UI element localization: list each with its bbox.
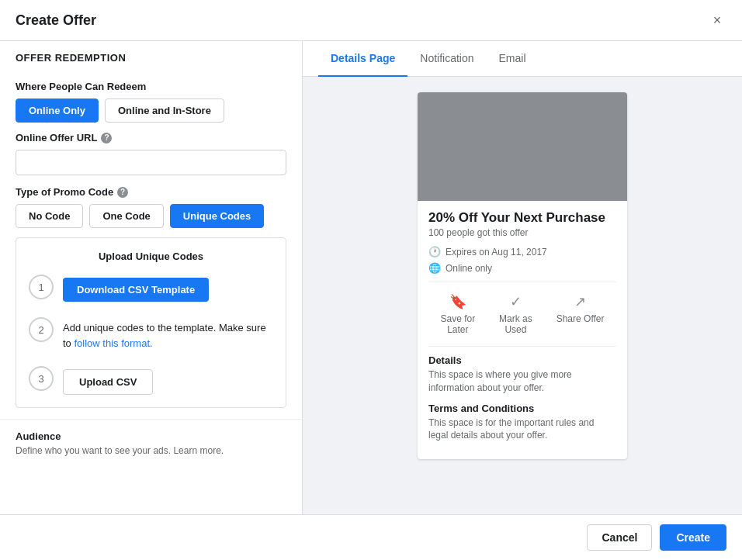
offer-expires-meta: 🕐 Expires on Aug 11, 2017: [428, 246, 616, 258]
checkmark-icon: ✓: [510, 293, 522, 310]
right-panel: Details Page Notification Email: [303, 41, 742, 514]
terms-title: Terms and Conditions: [428, 403, 616, 414]
redemption-button-group: Online Only Online and In-Store: [16, 99, 286, 123]
step-3-content: Upload CSV: [63, 366, 273, 395]
where-people-redeem-section: Where People Can Redeem Online Only Onli…: [0, 70, 302, 419]
no-code-button[interactable]: No Code: [16, 204, 83, 228]
upload-box-title: Upload Unique Codes: [29, 251, 273, 262]
download-csv-button[interactable]: Download CSV Template: [63, 278, 209, 302]
modal-footer: Cancel Create: [0, 514, 742, 560]
offer-divider-1: [428, 282, 616, 282]
upload-unique-codes-box: Upload Unique Codes 1 Download CSV Templ…: [16, 237, 286, 408]
audience-label: Audience: [16, 430, 286, 442]
cancel-button[interactable]: Cancel: [587, 524, 652, 551]
step-3-row: 3 Upload CSV: [29, 366, 273, 395]
offer-card: 20% Off Your Next Purchase 100 people go…: [418, 92, 627, 459]
tabs-bar: Details Page Notification Email: [303, 41, 742, 77]
terms-text: This space is for the important rules an…: [428, 417, 616, 443]
mark-as-used-action: ✓ Mark asUsed: [499, 293, 532, 335]
share-offer-action: ↗ Share Offer: [556, 293, 605, 335]
modal-overlay: Create Offer × Offer Redemption Where Pe…: [0, 0, 742, 560]
offer-actions: 🔖 Save forLater ✓ Mark asUsed ↗ Share Of…: [428, 290, 616, 338]
step-3-circle: 3: [29, 366, 54, 391]
upload-csv-button[interactable]: Upload CSV: [63, 369, 153, 395]
close-button[interactable]: ×: [708, 11, 726, 29]
create-button[interactable]: Create: [660, 524, 726, 551]
offer-card-image: [418, 92, 627, 201]
audience-sub: Define who you want to see your ads. Lea…: [16, 445, 286, 456]
save-icon: 🔖: [449, 293, 466, 310]
clock-icon: 🕐: [428, 246, 441, 258]
modal-title: Create Offer: [16, 12, 96, 29]
one-code-button[interactable]: One Code: [89, 204, 163, 228]
offer-card-claimed: 100 people got this offer: [428, 227, 616, 238]
step-2-text: Add unique codes to the template. Make s…: [63, 322, 266, 349]
promo-code-button-group: No Code One Code Unique Codes: [16, 204, 286, 228]
tab-email[interactable]: Email: [487, 41, 539, 77]
details-text: This space is where you give more inform…: [428, 368, 616, 395]
where-people-redeem-label: Where People Can Redeem: [16, 81, 286, 92]
modal-header: Create Offer ×: [0, 0, 742, 41]
section-heading: Offer Redemption: [0, 41, 302, 70]
offer-location-text: Online only: [446, 263, 492, 274]
follow-format-link[interactable]: follow this format.: [74, 337, 152, 349]
audience-section: Audience Define who you want to see your…: [0, 419, 302, 467]
step-2-row: 2 Add unique codes to the template. Make…: [29, 317, 273, 351]
step-2-content: Add unique codes to the template. Make s…: [63, 317, 273, 351]
left-panel: Offer Redemption Where People Can Redeem…: [0, 41, 303, 514]
tab-details-page[interactable]: Details Page: [318, 41, 407, 77]
step-1-content: Download CSV Template: [63, 275, 273, 302]
offer-card-title: 20% Off Your Next Purchase: [428, 210, 616, 226]
step-1-row: 1 Download CSV Template: [29, 275, 273, 302]
preview-area: 20% Off Your Next Purchase 100 people go…: [303, 77, 742, 514]
online-offer-url-label: Online Offer URL ?: [16, 132, 286, 143]
promo-code-help-icon[interactable]: ?: [117, 187, 128, 198]
globe-icon: 🌐: [428, 262, 441, 274]
create-offer-modal: Create Offer × Offer Redemption Where Pe…: [0, 0, 742, 560]
online-offer-url-help-icon[interactable]: ?: [101, 133, 112, 143]
modal-body: Offer Redemption Where People Can Redeem…: [0, 41, 742, 514]
online-offer-url-input[interactable]: [16, 150, 286, 175]
online-only-button[interactable]: Online Only: [16, 99, 99, 123]
save-for-later-label: Save forLater: [440, 313, 475, 335]
share-icon: ↗: [574, 293, 586, 310]
offer-card-body: 20% Off Your Next Purchase 100 people go…: [418, 201, 627, 459]
unique-codes-button[interactable]: Unique Codes: [170, 204, 264, 228]
share-offer-label: Share Offer: [556, 313, 605, 324]
offer-expires-text: Expires on Aug 11, 2017: [446, 247, 547, 258]
save-for-later-action: 🔖 Save forLater: [440, 293, 475, 335]
offer-location-meta: 🌐 Online only: [428, 262, 616, 274]
step-1-circle: 1: [29, 275, 54, 299]
online-and-in-store-button[interactable]: Online and In-Store: [105, 99, 224, 123]
promo-code-label: Type of Promo Code ?: [16, 186, 286, 198]
step-2-circle: 2: [29, 317, 54, 342]
tab-notification[interactable]: Notification: [407, 41, 486, 77]
details-title: Details: [428, 354, 616, 366]
offer-divider-2: [428, 346, 616, 347]
mark-as-used-label: Mark asUsed: [499, 313, 532, 335]
